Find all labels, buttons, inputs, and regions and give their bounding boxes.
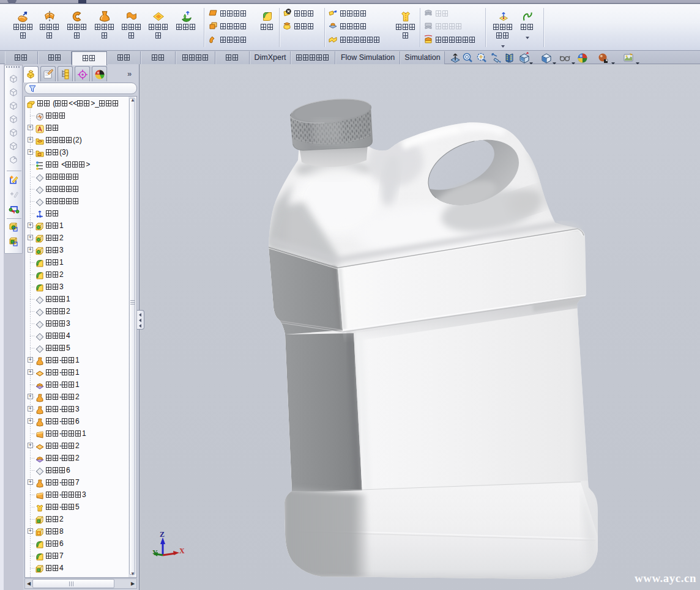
svg-text:Z: Z bbox=[160, 530, 165, 539]
svg-text:X: X bbox=[179, 547, 185, 555]
